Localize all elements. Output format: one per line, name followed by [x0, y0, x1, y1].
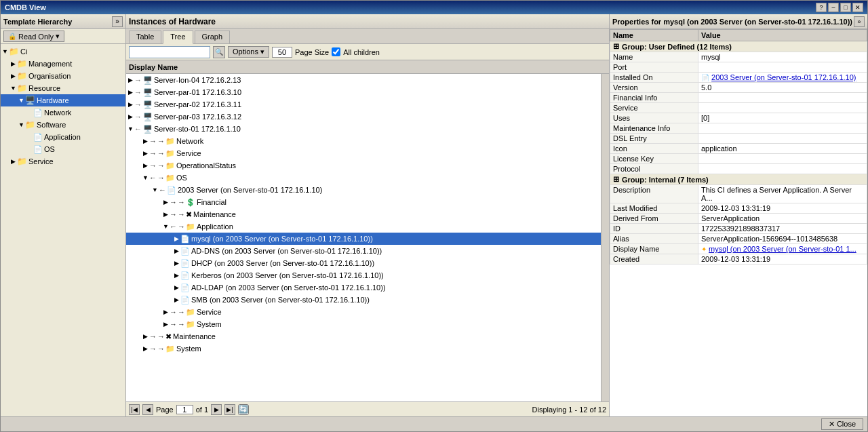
- sidebar-item-ci[interactable]: ▼ 📁 Ci: [1, 45, 125, 58]
- expander-kerberos[interactable]: ▶: [174, 273, 180, 279]
- expander-ci[interactable]: ▼: [2, 49, 8, 55]
- next-page-button[interactable]: ▶: [211, 404, 222, 415]
- expander-maintenance1[interactable]: ▶: [163, 212, 169, 218]
- sidebar-item-application[interactable]: 📄 Application: [1, 131, 125, 143]
- sidebar-item-hardware[interactable]: ▼ 🖥️ Hardware: [1, 94, 125, 106]
- expander-management[interactable]: ▶: [10, 61, 16, 67]
- expander-system1[interactable]: ▶: [163, 321, 169, 328]
- expander-server-par01[interactable]: ▶: [127, 90, 134, 96]
- display-name-icon: ✦: [701, 246, 707, 253]
- folder-icon-software: 📁: [25, 120, 35, 130]
- display-name-link[interactable]: mysql (on 2003 Server (on Server-sto-01 …: [709, 245, 856, 253]
- last-page-button[interactable]: ▶|: [224, 404, 235, 415]
- minimize-button[interactable]: –: [828, 3, 839, 12]
- expander-organisation[interactable]: ▶: [10, 73, 16, 79]
- page-size-input[interactable]: [272, 47, 292, 58]
- group-row-user-defined[interactable]: ⊞ Group: User Defined (12 Items): [610, 41, 867, 52]
- tree-row-maintenance1[interactable]: ▶ → → ✖ Maintenance: [126, 208, 601, 220]
- expander-financial[interactable]: ▶: [163, 199, 169, 205]
- sidebar-item-management[interactable]: ▶ 📁 Management: [1, 58, 125, 70]
- tree-row-smb[interactable]: ▶ 📄 SMB (on 2003 Server (on Server-sto-0…: [126, 294, 601, 306]
- tree-row-service2[interactable]: ▶ → → 📁 Service: [126, 306, 601, 318]
- tree-row-dhcp[interactable]: ▶ 📄 DHCP (on 2003 Server (on Server-sto-…: [126, 257, 601, 269]
- expander-os[interactable]: [26, 146, 33, 153]
- prev-page-button[interactable]: ◀: [142, 404, 153, 415]
- tree-row-adldap[interactable]: ▶ 📄 AD-LDAP (on 2003 Server (on Server-s…: [126, 281, 601, 294]
- first-page-button[interactable]: |◀: [129, 404, 140, 415]
- installed-on-link[interactable]: 2003 Server (on Server-sto-01 172.16.1.1…: [711, 73, 856, 81]
- expander-adldap[interactable]: ▶: [174, 285, 180, 291]
- center-scrollbar[interactable]: [601, 74, 609, 401]
- tree-row-addns[interactable]: ▶ 📄 AD-DNS (on 2003 Server (on Server-st…: [126, 245, 601, 257]
- expander-server-par02[interactable]: ▶: [127, 102, 134, 108]
- tree-row-server-par01[interactable]: ▶ → 🖥️ Server-par-01 172.16.3.10: [126, 86, 601, 98]
- tree-row-network[interactable]: ▶ → → 📁 Network: [126, 135, 601, 147]
- tree-row-maintenance2[interactable]: ▶ → → ✖ Maintenance: [126, 330, 601, 342]
- expander-application-child[interactable]: ▼: [163, 224, 169, 230]
- readonly-button[interactable]: 🔒 Read Only ▾: [3, 31, 64, 42]
- left-panel-collapse-button[interactable]: »: [112, 16, 123, 27]
- maximize-button[interactable]: □: [840, 3, 851, 12]
- expander-server-ion[interactable]: ▶: [127, 77, 134, 83]
- sidebar-item-organisation[interactable]: ▶ 📁 Organisation: [1, 70, 125, 82]
- group-expand-icon-1[interactable]: ⊞: [613, 42, 619, 51]
- sidebar-item-os[interactable]: 📄 OS: [1, 143, 125, 155]
- expander-maintenance2[interactable]: ▶: [142, 334, 149, 340]
- expander-server-sto01[interactable]: ▼: [127, 126, 134, 132]
- expander-system2[interactable]: ▶: [142, 346, 149, 352]
- sidebar-item-network[interactable]: 📄 Network: [1, 106, 125, 119]
- tab-table[interactable]: Table: [129, 31, 161, 43]
- right-expand-button[interactable]: »: [854, 16, 865, 27]
- tree-row-2003server[interactable]: ▼ ← 📄 2003 Server (on Server-sto-01 172.…: [126, 184, 601, 196]
- search-button[interactable]: 🔍: [213, 46, 225, 58]
- expander-opstatus[interactable]: ▶: [142, 163, 149, 169]
- tree-row-system1[interactable]: ▶ → → 📁 System: [126, 318, 601, 330]
- tab-graph[interactable]: Graph: [195, 31, 231, 43]
- sidebar-item-service[interactable]: ▶ 📁 Service: [1, 155, 125, 168]
- expander-server-par03[interactable]: ▶: [127, 114, 134, 120]
- close-button[interactable]: ✕ Close: [821, 418, 863, 430]
- options-button[interactable]: Options ▾: [228, 46, 269, 58]
- expander-smb[interactable]: ▶: [174, 297, 180, 303]
- tree-row-opstatus[interactable]: ▶ → → 📁 OperationalStatus: [126, 159, 601, 172]
- page-number-input[interactable]: [176, 405, 193, 414]
- data-tree[interactable]: ▶ → 🖥️ Server-Ion-04 172.16.2.13 ▶ → 🖥️ …: [126, 74, 601, 401]
- expander-hardware[interactable]: ▼: [18, 98, 24, 104]
- tab-tree[interactable]: Tree: [163, 31, 193, 44]
- expander-resource[interactable]: ▼: [10, 85, 16, 92]
- expander-network-child[interactable]: ▶: [142, 138, 149, 144]
- tree-row-server-sto01[interactable]: ▼ ← 🖥️ Server-sto-01 172.16.1.10: [126, 123, 601, 135]
- tree-row-application-child[interactable]: ▼ ← → 📁 Application: [126, 220, 601, 233]
- tree-row-system2[interactable]: ▶ → → 📁 System: [126, 342, 601, 355]
- search-input[interactable]: [129, 46, 210, 58]
- expander-mysql[interactable]: ▶: [174, 236, 180, 242]
- tree-row-financial[interactable]: ▶ → → 💲 Financial: [126, 196, 601, 208]
- expander-service2[interactable]: ▶: [163, 309, 169, 315]
- tree-row-service-child[interactable]: ▶ → → 📁 Service: [126, 147, 601, 159]
- prop-name-installed-on: Installed On: [610, 73, 698, 83]
- expander-service[interactable]: ▶: [10, 159, 16, 165]
- group-row-internal[interactable]: ⊞ Group: Internal (7 Items): [610, 174, 867, 185]
- refresh-button[interactable]: 🔄: [238, 404, 249, 415]
- group-expand-icon-2[interactable]: ⊞: [613, 175, 619, 184]
- help-button[interactable]: ?: [816, 3, 827, 12]
- expander-network[interactable]: [26, 110, 33, 116]
- all-children-checkbox[interactable]: [332, 47, 340, 56]
- tree-row-kerberos[interactable]: ▶ 📄 Kerberos (on 2003 Server (on Server-…: [126, 269, 601, 281]
- tree-row-server-par02[interactable]: ▶ → 🖥️ Server-par-02 172.16.3.11: [126, 98, 601, 111]
- left-tree-container[interactable]: ▼ 📁 Ci ▶ 📁 Management ▶ 📁 Organisation: [1, 44, 125, 416]
- close-window-button[interactable]: ✕: [852, 3, 863, 12]
- expander-dhcp[interactable]: ▶: [174, 260, 180, 267]
- expander-2003server[interactable]: ▼: [152, 187, 158, 193]
- expander-addns[interactable]: ▶: [174, 248, 180, 254]
- tree-row-server-ion[interactable]: ▶ → 🖥️ Server-Ion-04 172.16.2.13: [126, 74, 601, 86]
- sidebar-item-software[interactable]: ▼ 📁 Software: [1, 119, 125, 131]
- tree-row-mysql[interactable]: ▶ 📄 mysql (on 2003 Server (on Server-sto…: [126, 233, 601, 245]
- expander-os-child[interactable]: ▼: [142, 175, 149, 181]
- expander-software[interactable]: ▼: [18, 122, 24, 128]
- tree-row-server-par03[interactable]: ▶ → 🖥️ Server-par-03 172.16.3.12: [126, 111, 601, 123]
- sidebar-item-resource[interactable]: ▼ 📁 Resource: [1, 82, 125, 94]
- expander-application[interactable]: [26, 134, 33, 140]
- tree-row-os-child[interactable]: ▼ ← → 📁 OS: [126, 172, 601, 184]
- expander-service-child[interactable]: ▶: [142, 151, 149, 157]
